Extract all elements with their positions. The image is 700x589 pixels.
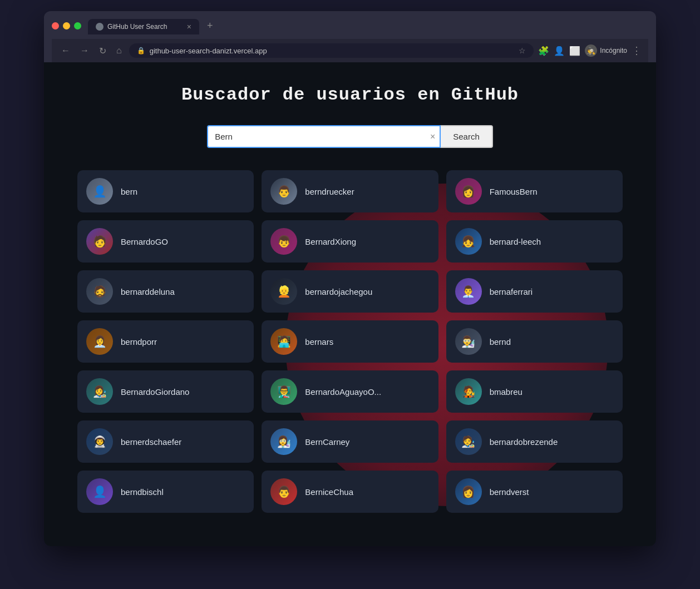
user-card[interactable]: 🧑‍💻bernars bbox=[262, 320, 438, 363]
user-avatar: 🧑‍💻 bbox=[270, 328, 297, 355]
user-avatar: 👤 bbox=[86, 178, 113, 205]
user-avatar: 🧔 bbox=[86, 278, 113, 305]
user-card[interactable]: 👨‍🔬bernd bbox=[446, 320, 623, 363]
user-avatar: 👨‍🚀 bbox=[86, 428, 113, 455]
user-name: bern bbox=[121, 187, 137, 196]
user-card[interactable]: 👨‍💼bernaferrari bbox=[446, 270, 623, 313]
user-name: berndbischl bbox=[121, 487, 164, 497]
user-card[interactable]: 👩‍🔬BernCarney bbox=[262, 420, 438, 463]
search-input[interactable] bbox=[207, 125, 441, 148]
user-avatar: 👩 bbox=[455, 478, 482, 505]
user-name: bernaferrari bbox=[490, 287, 533, 296]
browser-window: GitHub User Search × + ← → ↻ ⌂ 🔒 github-… bbox=[44, 11, 656, 546]
user-avatar: 🧑‍🎤 bbox=[455, 378, 482, 405]
page-title: Buscador de usuarios en GitHub bbox=[77, 85, 623, 105]
active-tab[interactable]: GitHub User Search × bbox=[88, 19, 199, 34]
more-options-button[interactable]: ⋮ bbox=[632, 44, 642, 57]
user-name: FamousBern bbox=[490, 187, 538, 196]
user-card[interactable]: 👱bernardojachegou bbox=[262, 270, 438, 313]
user-card[interactable]: 👤bern bbox=[77, 170, 254, 212]
user-name: bmabreu bbox=[490, 387, 522, 397]
user-card[interactable]: 👦BernardXiong bbox=[262, 220, 438, 263]
user-avatar: 👩‍🎨 bbox=[86, 378, 113, 405]
user-avatar: 👱 bbox=[270, 278, 297, 305]
user-card[interactable]: 🧑‍🎤bmabreu bbox=[446, 370, 623, 413]
incognito-badge: 🕵️ Incógnito bbox=[585, 44, 627, 57]
user-avatar: 👩‍💼 bbox=[86, 328, 113, 355]
lock-icon: 🔒 bbox=[137, 47, 145, 55]
user-name: berndverst bbox=[490, 487, 529, 497]
incognito-icon: 🕵️ bbox=[585, 44, 597, 57]
user-name: BernardoGO bbox=[121, 237, 168, 246]
user-avatar: 👨 bbox=[270, 178, 297, 205]
user-card[interactable]: 👨‍🏫BernardoAguayoO... bbox=[262, 370, 438, 413]
user-name: bernerdschaefer bbox=[121, 437, 181, 447]
browser-titlebar: GitHub User Search × + bbox=[52, 17, 648, 34]
user-avatar: 👧 bbox=[455, 228, 482, 255]
user-name: bernardobrezende bbox=[490, 437, 558, 447]
user-card[interactable]: 👨berndruecker bbox=[262, 170, 438, 212]
user-card[interactable]: 👩FamousBern bbox=[446, 170, 623, 212]
refresh-button[interactable]: ↻ bbox=[96, 44, 109, 57]
user-name: bernard-leech bbox=[490, 237, 541, 246]
user-card[interactable]: 🧔bernarddeluna bbox=[77, 270, 254, 313]
user-card[interactable]: 🧑‍🎨bernardobrezende bbox=[446, 420, 623, 463]
user-avatar: 👩 bbox=[455, 178, 482, 205]
user-name: berndporr bbox=[121, 337, 157, 347]
user-card[interactable]: 👨‍🚀bernerdschaefer bbox=[77, 420, 254, 463]
search-clear-button[interactable]: × bbox=[430, 132, 435, 141]
user-name: BernardoGiordano bbox=[121, 387, 189, 397]
close-window-button[interactable] bbox=[52, 22, 59, 29]
user-avatar: 👨 bbox=[270, 478, 297, 505]
maximize-window-button[interactable] bbox=[74, 22, 81, 29]
user-avatar: 👤 bbox=[86, 478, 113, 505]
address-bar[interactable]: 🔒 github-user-search-danizt.vercel.app ☆ bbox=[129, 43, 534, 58]
tab-close-button[interactable]: × bbox=[187, 23, 191, 31]
user-avatar: 👨‍🔬 bbox=[455, 328, 482, 355]
browser-tabs: GitHub User Search × + bbox=[88, 17, 219, 34]
extensions-icon[interactable]: 🧩 bbox=[538, 46, 549, 56]
user-avatar: 🧑 bbox=[86, 228, 113, 255]
results-grid: 👤bern👨berndruecker👩FamousBern🧑BernardoGO… bbox=[77, 170, 623, 513]
tab-favicon bbox=[96, 23, 103, 31]
back-button[interactable]: ← bbox=[58, 44, 73, 57]
app-content: Buscador de usuarios en GitHub × Search … bbox=[44, 62, 656, 546]
user-avatar: 🧑‍🎨 bbox=[455, 428, 482, 455]
nav-extras: 🧩 👤 ⬜ 🕵️ Incógnito ⋮ bbox=[538, 44, 642, 57]
tab-label: GitHub User Search bbox=[107, 23, 183, 31]
user-card[interactable]: 👨BerniceChua bbox=[262, 471, 438, 513]
user-card[interactable]: 👩‍🎨BernardoGiordano bbox=[77, 370, 254, 413]
new-tab-button[interactable]: + bbox=[201, 17, 219, 34]
home-button[interactable]: ⌂ bbox=[114, 44, 125, 57]
user-avatar: 👨‍🏫 bbox=[270, 378, 297, 405]
user-avatar: 👦 bbox=[270, 228, 297, 255]
sidebar-icon[interactable]: ⬜ bbox=[569, 46, 580, 56]
address-text: github-user-search-danizt.vercel.app bbox=[150, 47, 515, 55]
user-name: berndruecker bbox=[305, 187, 354, 196]
window-controls bbox=[52, 22, 81, 29]
user-name: bernardojachegou bbox=[305, 287, 372, 296]
profile-icon[interactable]: 👤 bbox=[554, 46, 565, 56]
user-name: BernardoAguayoO... bbox=[305, 387, 381, 397]
search-button[interactable]: Search bbox=[441, 125, 493, 148]
browser-nav: ← → ↻ ⌂ 🔒 github-user-search-danizt.verc… bbox=[52, 39, 648, 62]
browser-chrome: GitHub User Search × + ← → ↻ ⌂ 🔒 github-… bbox=[44, 11, 656, 62]
user-name: bernd bbox=[490, 337, 511, 347]
minimize-window-button[interactable] bbox=[63, 22, 70, 29]
user-card[interactable]: 👤berndbischl bbox=[77, 471, 254, 513]
user-avatar: 👩‍🔬 bbox=[270, 428, 297, 455]
user-card[interactable]: 🧑BernardoGO bbox=[77, 220, 254, 263]
search-bar: × Search bbox=[77, 125, 623, 148]
user-card[interactable]: 👩berndverst bbox=[446, 471, 623, 513]
search-input-wrapper: × bbox=[207, 125, 441, 148]
user-name: BernCarney bbox=[305, 437, 349, 447]
user-name: BernardXiong bbox=[305, 237, 356, 246]
forward-button[interactable]: → bbox=[77, 44, 92, 57]
user-avatar: 👨‍💼 bbox=[455, 278, 482, 305]
incognito-label: Incógnito bbox=[600, 47, 627, 55]
user-card[interactable]: 👩‍💼berndporr bbox=[77, 320, 254, 363]
user-card[interactable]: 👧bernard-leech bbox=[446, 220, 623, 263]
user-name: bernarddeluna bbox=[121, 287, 175, 296]
user-name: bernars bbox=[305, 337, 333, 347]
star-icon[interactable]: ☆ bbox=[519, 46, 526, 55]
